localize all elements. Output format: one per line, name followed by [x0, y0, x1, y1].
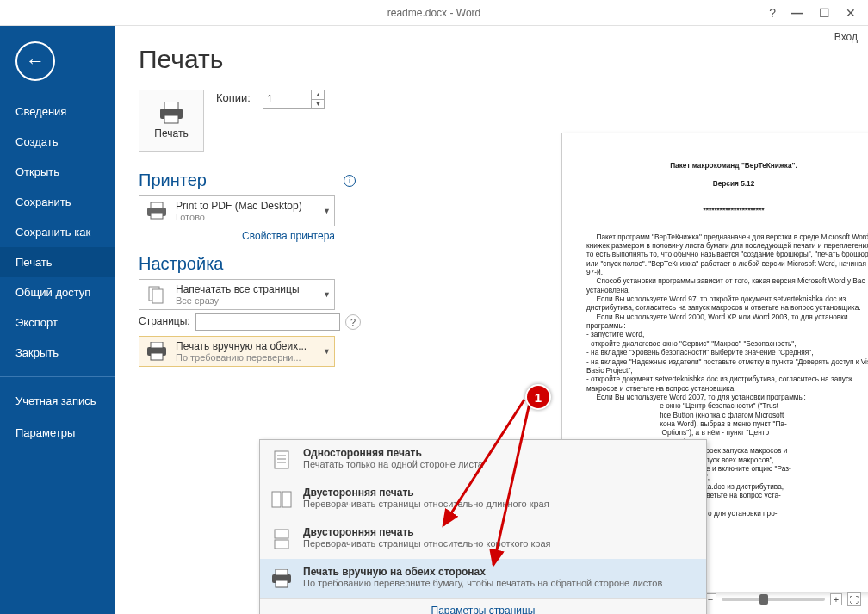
printer-manual-icon: [269, 566, 294, 592]
pages-help-icon[interactable]: ?: [345, 314, 361, 330]
svg-rect-15: [272, 492, 281, 507]
svg-rect-20: [276, 569, 288, 575]
dropdown-item-manual-duplex[interactable]: Печать вручную на обеих сторонахПо требо…: [260, 559, 706, 598]
printer-icon: [157, 102, 186, 124]
svg-rect-1: [164, 102, 178, 109]
svg-rect-18: [275, 540, 288, 549]
annotation-badge-1: 1: [525, 384, 551, 410]
svg-rect-16: [282, 492, 291, 507]
printer-properties-link[interactable]: Свойства принтера: [139, 230, 335, 242]
sidebar-item-print[interactable]: Печать: [0, 247, 115, 277]
sidebar-item-close[interactable]: Закрыть: [0, 338, 115, 368]
svg-rect-17: [275, 530, 288, 538]
copies-label: Копии:: [216, 91, 251, 104]
back-button[interactable]: ←: [16, 41, 55, 81]
svg-rect-11: [275, 451, 288, 468]
pages-icon: [145, 282, 169, 307]
page-setup-link[interactable]: Параметры страницы: [260, 598, 706, 614]
svg-rect-9: [151, 342, 163, 348]
duplex-dropdown: Односторонняя печатьПечатать только на о…: [259, 439, 707, 614]
sidebar-item-export[interactable]: Экспорт: [0, 307, 115, 338]
svg-rect-10: [151, 353, 163, 360]
printer-heading: Принтер: [139, 171, 207, 190]
svg-rect-7: [152, 289, 163, 303]
printer-combo[interactable]: Print to PDF (Mac Desktop) Готово ▼: [139, 195, 335, 226]
maximize-icon[interactable]: ☐: [819, 7, 830, 19]
svg-rect-5: [151, 213, 163, 219]
backstage-sidebar: ← Сведения Создать Открыть Сохранить Сох…: [0, 26, 115, 614]
print-button[interactable]: Печать: [139, 90, 204, 152]
pages-label: Страницы:: [139, 315, 190, 327]
sidebar-item-new[interactable]: Создать: [0, 127, 115, 157]
copies-down[interactable]: ▼: [312, 100, 325, 109]
close-icon[interactable]: ✕: [846, 7, 856, 19]
sidebar-item-open[interactable]: Открыть: [0, 157, 115, 187]
info-icon[interactable]: i: [344, 175, 356, 187]
page-duplex-short-icon: [269, 526, 294, 552]
printer-icon: [145, 199, 169, 223]
print-what-combo[interactable]: Напечатать все страницы Все сразу ▼: [139, 279, 335, 310]
sidebar-item-options[interactable]: Параметры: [0, 418, 115, 448]
dropdown-item-duplex-short[interactable]: Двусторонняя печатьПереворачивать страни…: [260, 519, 706, 559]
settings-heading: Настройка: [139, 254, 223, 274]
sidebar-item-save[interactable]: Сохранить: [0, 187, 115, 217]
sidebar-item-account[interactable]: Учетная запись: [0, 386, 115, 418]
svg-rect-2: [164, 115, 178, 123]
chevron-down-icon: ▼: [323, 290, 331, 299]
sidebar-item-saveas[interactable]: Сохранить как: [0, 217, 115, 247]
zoom-fit-button[interactable]: ⛶: [847, 592, 861, 606]
duplex-combo[interactable]: Печать вручную на обеих... По требованию…: [139, 336, 335, 367]
printer-manual-icon: [145, 339, 169, 363]
svg-rect-21: [276, 580, 288, 587]
dropdown-item-duplex-long[interactable]: Двусторонняя печатьПереворачивать страни…: [260, 480, 706, 519]
zoom-in-button[interactable]: +: [830, 593, 842, 605]
sidebar-item-info[interactable]: Сведения: [0, 96, 115, 127]
chevron-down-icon: ▼: [323, 347, 331, 356]
page-duplex-long-icon: [269, 487, 294, 512]
copies-up[interactable]: ▲: [312, 90, 325, 100]
sidebar-item-share[interactable]: Общий доступ: [0, 277, 115, 307]
svg-rect-4: [151, 202, 163, 208]
pages-input[interactable]: [195, 313, 340, 331]
zoom-slider[interactable]: [722, 598, 825, 601]
chevron-down-icon: ▼: [323, 207, 331, 215]
help-icon[interactable]: ?: [769, 7, 776, 19]
dropdown-item-single[interactable]: Односторонняя печатьПечатать только на о…: [260, 440, 706, 480]
page-single-icon: [269, 447, 294, 473]
app-title: readme.docx - Word: [0, 7, 868, 19]
minimize-icon[interactable]: —: [791, 7, 803, 19]
